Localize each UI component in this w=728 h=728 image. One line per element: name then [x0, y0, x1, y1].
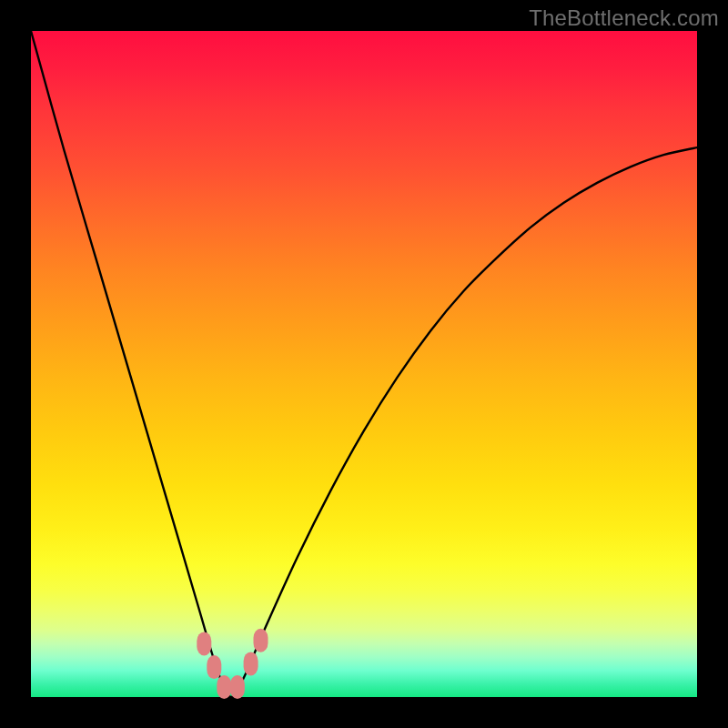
bottleneck-curve — [31, 31, 697, 697]
chart-frame: TheBottleneck.com — [0, 0, 728, 728]
curve-marker — [254, 629, 268, 652]
curve-marker — [197, 632, 211, 655]
watermark-text: TheBottleneck.com — [529, 5, 719, 31]
curve-marker — [207, 655, 221, 679]
plot-area — [31, 31, 697, 697]
curve-marker — [230, 675, 245, 699]
chart-svg — [31, 31, 697, 697]
curve-marker — [244, 652, 258, 675]
curve-marker — [217, 675, 231, 699]
curve-markers — [197, 629, 268, 699]
